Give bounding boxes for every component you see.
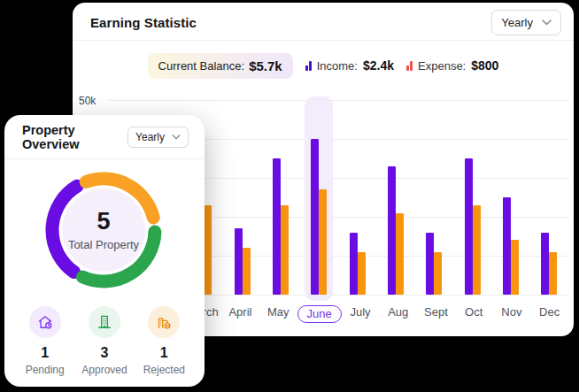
income-bar-nov	[503, 197, 511, 295]
expense-bar-march	[204, 205, 212, 295]
donut-inner-disc	[62, 188, 145, 272]
month-label-aug[interactable]: Aug	[379, 305, 417, 323]
property-period-dropdown[interactable]: Yearly	[127, 127, 189, 148]
pending-count: 1	[41, 345, 49, 361]
income-bar-june	[311, 139, 319, 295]
expense-bar-aug	[396, 213, 404, 295]
expense-legend: Expense: $800	[406, 58, 498, 73]
chart-column-july	[338, 100, 376, 295]
income-bar-sept	[426, 233, 434, 295]
expense-bar-july	[358, 252, 366, 295]
house-clock-icon	[29, 306, 61, 338]
month-label-dec[interactable]: Dec	[530, 305, 568, 323]
donut-arcs	[42, 168, 166, 292]
stat-rejected: 1 Rejected	[135, 306, 194, 376]
income-bar-april	[235, 228, 243, 295]
expense-bar-june	[319, 189, 327, 295]
expense-bar-may	[281, 205, 289, 295]
chart-column-june	[300, 100, 338, 295]
income-bars-icon	[305, 61, 312, 71]
chevron-down-icon	[172, 135, 181, 140]
earning-period-value: Yearly	[501, 16, 533, 29]
y-axis-tick: 50k	[79, 95, 96, 107]
expense-bar-oct	[473, 205, 481, 295]
property-donut-chart: 5 Total Property	[42, 168, 166, 292]
income-label: Income:	[317, 59, 358, 73]
property-title: Property Overview	[22, 123, 127, 151]
stat-approved: 3 Approved	[74, 306, 134, 376]
expense-value: $800	[471, 58, 498, 73]
expense-bar-sept	[434, 252, 442, 295]
income-value: $2.4k	[363, 58, 394, 73]
rejected-count: 1	[160, 345, 168, 361]
income-bar-dec	[541, 233, 549, 295]
expense-label: Expense:	[418, 59, 466, 73]
chart-column-sept	[415, 100, 453, 295]
rejected-label: Rejected	[143, 364, 185, 376]
month-label-july[interactable]: July	[342, 305, 380, 323]
stat-pending: 1 Pending	[15, 306, 74, 376]
month-label-june[interactable]: June	[297, 305, 342, 323]
chart-legend-row: Current Balance: $5.7k Income: $2.4k Exp…	[73, 52, 574, 79]
balance-label: Current Balance:	[158, 59, 245, 73]
income-bar-oct	[465, 158, 473, 295]
month-label-april[interactable]: April	[221, 305, 259, 323]
month-label-may[interactable]: May	[259, 305, 297, 323]
property-header: Property Overview Yearly	[4, 115, 205, 159]
income-bar-may	[273, 158, 281, 295]
approved-count: 3	[101, 345, 109, 361]
building-minus-icon	[148, 306, 180, 338]
chart-column-aug	[376, 100, 414, 295]
chart-column-april	[223, 100, 261, 295]
pending-label: Pending	[26, 364, 65, 376]
income-bar-july	[350, 233, 358, 295]
approved-label: Approved	[81, 364, 127, 376]
expense-bar-nov	[511, 240, 519, 295]
earning-period-dropdown[interactable]: Yearly	[491, 10, 561, 35]
building-icon	[89, 306, 120, 338]
property-stats-row: 1 Pending 3 Approved 1	[4, 306, 205, 376]
earning-title: Earning Statistic	[90, 15, 197, 30]
current-balance-badge: Current Balance: $5.7k	[148, 53, 293, 79]
month-label-sept[interactable]: Sept	[417, 305, 455, 323]
chart-column-dec	[530, 100, 568, 295]
chart-column-nov	[491, 100, 529, 295]
expense-bar-april	[243, 248, 251, 295]
income-legend: Income: $2.4k	[305, 58, 394, 73]
expense-bars-icon	[406, 61, 413, 71]
chevron-down-icon	[542, 19, 552, 26]
property-period-value: Yearly	[135, 131, 165, 143]
selected-month-pill[interactable]: June	[297, 305, 342, 323]
balance-value: $5.7k	[249, 58, 282, 73]
property-overview-card: Property Overview Yearly 5 Total Propert…	[4, 115, 205, 387]
expense-bar-dec	[549, 252, 557, 295]
chart-column-oct	[453, 100, 491, 295]
month-label-nov[interactable]: Nov	[493, 305, 531, 323]
income-bar-aug	[388, 166, 396, 295]
chart-column-may	[261, 100, 299, 295]
month-label-oct[interactable]: Oct	[455, 305, 493, 323]
earning-header: Earning Statistic Yearly	[73, 3, 574, 41]
